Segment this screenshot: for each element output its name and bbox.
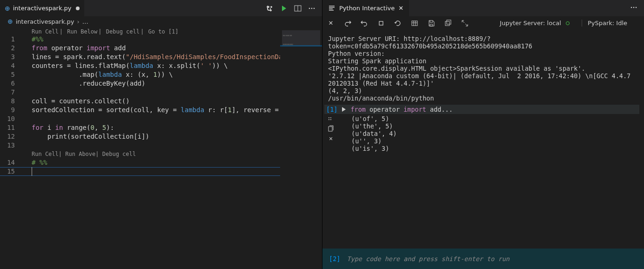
- input-placeholder: Type code here and press shift-enter to …: [347, 255, 510, 262]
- restart-icon[interactable]: [394, 20, 402, 27]
- editor-tab[interactable]: ⊕ interactivespark.py: [0, 0, 84, 16]
- interactive-output-header: Jupyter Server URI: http://localhost:888…: [324, 35, 639, 102]
- undo-icon[interactable]: [361, 20, 368, 27]
- breadcrumb[interactable]: ⊕ interactivespark.py › …: [0, 16, 322, 27]
- run-icon[interactable]: [280, 5, 288, 12]
- python-file-icon: ⊕: [5, 5, 10, 12]
- close-icon[interactable]: ✕: [398, 5, 403, 12]
- svg-point-16: [330, 117, 331, 118]
- more-actions-icon[interactable]: [308, 5, 315, 12]
- svg-rect-13: [445, 21, 449, 26]
- clear-icon[interactable]: ✕: [327, 20, 335, 27]
- codelens-run-cell-2[interactable]: Run Cell: [32, 151, 59, 157]
- split-editor-icon[interactable]: [294, 5, 302, 12]
- cell-delete-icon[interactable]: ✕: [327, 134, 335, 142]
- redo-icon[interactable]: [344, 20, 351, 27]
- variables-icon[interactable]: [411, 20, 418, 27]
- current-line-highlight: [0, 167, 322, 176]
- codelens-run-above[interactable]: Run Above: [65, 151, 95, 157]
- cell-code-preview: from operator import add...: [350, 106, 452, 113]
- cell-copy-icon[interactable]: [327, 125, 335, 133]
- svg-rect-14: [447, 20, 451, 24]
- svg-point-5: [631, 7, 632, 8]
- expand-icon[interactable]: [461, 20, 469, 27]
- svg-rect-8: [379, 21, 383, 25]
- run-cell-icon[interactable]: [340, 106, 348, 113]
- stop-icon[interactable]: [377, 20, 385, 27]
- more-actions-icon[interactable]: [630, 4, 637, 11]
- input-prompt: [2]: [329, 255, 340, 262]
- interactive-tab[interactable]: Python Interactive ✕: [322, 0, 409, 16]
- svg-point-18: [330, 119, 331, 120]
- text-cursor: [32, 167, 32, 176]
- svg-point-17: [329, 119, 329, 120]
- interactive-input[interactable]: [2] Type code here and press shift-enter…: [322, 249, 644, 269]
- codelens-run-cell[interactable]: Run Cell: [32, 28, 59, 35]
- save-icon[interactable]: [428, 20, 435, 27]
- minimap[interactable]: ████ ██████ ████████████████████████████…: [280, 27, 322, 269]
- chevron-right-icon: ›: [77, 18, 79, 25]
- svg-point-3: [311, 7, 313, 9]
- minimap-highlight: [280, 45, 322, 47]
- breadcrumb-file: interactivespark.py: [16, 18, 74, 25]
- breadcrumb-more: …: [82, 18, 88, 25]
- codelens-debug-cell-2[interactable]: Debug cell: [102, 151, 136, 157]
- svg-rect-19: [329, 127, 332, 131]
- interactive-tab-title: Python Interactive: [339, 5, 395, 12]
- codelens-top: Run Cell| Run Below| Debug cell| Go to […: [0, 27, 322, 37]
- cell-output: (u'of', 5) (u'the', 5) (u'data', 4) (u''…: [337, 115, 397, 152]
- code-editor[interactable]: Run Cell| Run Below| Debug cell| Go to […: [0, 27, 322, 269]
- python-file-icon: ⊕: [7, 18, 13, 25]
- svg-point-4: [314, 7, 315, 9]
- cell-header[interactable]: [1] from operator import add...: [324, 105, 639, 114]
- svg-point-15: [329, 117, 329, 118]
- server-indicator-icon: [566, 21, 570, 25]
- svg-point-2: [309, 7, 310, 9]
- cell-label: [1]: [326, 106, 337, 113]
- minimap-content: ████ ██████ ████████████████████████████…: [282, 30, 320, 46]
- source-control-icon[interactable]: [266, 5, 274, 12]
- export-icon[interactable]: [444, 20, 452, 27]
- modified-indicator: [76, 7, 80, 10]
- lines-icon: [328, 5, 335, 12]
- svg-point-6: [633, 7, 635, 8]
- codelens-run-below[interactable]: Run Below: [67, 28, 97, 35]
- codelens-debug-cell[interactable]: Debug cell: [106, 28, 140, 35]
- codelens-bottom: Run Cell| Run Above| Debug cell: [32, 150, 136, 159]
- svg-rect-9: [412, 21, 417, 26]
- editor-tab-title: interactivespark.py: [13, 5, 72, 12]
- pyspark-status[interactable]: PySpark: Idle: [582, 20, 630, 27]
- jupyter-server-status[interactable]: Jupyter Server: local: [497, 20, 572, 27]
- codelens-goto[interactable]: Go to [1]: [148, 28, 178, 35]
- svg-point-7: [636, 7, 637, 8]
- cell-grid-icon[interactable]: [327, 116, 335, 123]
